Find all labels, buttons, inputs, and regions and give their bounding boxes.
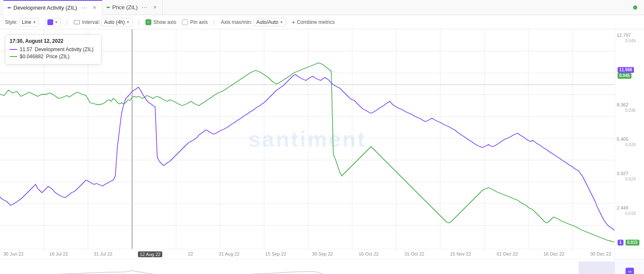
tooltip: 17:30, August 12, 2022 11.57 Development… <box>5 34 101 65</box>
x-label-jul31: 31 Jul 22 <box>94 251 113 257</box>
x-label-jul16: 16 Jul 22 <box>49 251 68 257</box>
style-label: Style: <box>5 19 18 25</box>
tooltip-dev-activity: 11.57 Development Activity (ZIL) <box>10 47 97 52</box>
dev-activity-legend-dash <box>10 49 17 50</box>
style-chevron: ▼ <box>33 20 36 24</box>
y-label-12797: 12.797 0.049 <box>615 33 644 44</box>
style-group: Style: Line ▼ <box>5 18 39 26</box>
x-label-jun30: 30 Jun 22 <box>3 251 23 257</box>
pin-axis-checkbox[interactable] <box>182 19 188 25</box>
axis-maxmin-group: Axis max/min: Auto/Auto ▼ <box>221 18 286 26</box>
x-label-aug31: 31 Aug 22 <box>219 251 240 257</box>
x-axis-right-spacer <box>615 249 644 259</box>
x-axis-labels: 30 Jun 22 16 Jul 22 31 Jul 22 12 Aug 22 … <box>0 251 615 257</box>
y-label-3927: 3.927 0.024 <box>615 171 644 182</box>
axis-maxmin-value: Auto/Auto <box>256 19 278 25</box>
tooltip-dev-label: Development Activity (ZIL) <box>35 47 93 52</box>
mini-chart-svg <box>0 261 615 274</box>
tab-price-close[interactable]: ✕ <box>152 4 158 10</box>
dev-activity-indicator <box>8 7 11 8</box>
interval-chevron: ▼ <box>126 20 130 24</box>
x-label-oct31: 31 Oct 22 <box>404 251 424 257</box>
tab-dev-activity[interactable]: Development Activity (ZIL) ⋯ ✕ <box>3 0 102 15</box>
tooltip-dev-value: 11.57 <box>20 47 32 52</box>
y-badge-green: 0.045 <box>618 73 631 79</box>
tooltip-price-label: Price (ZIL) <box>46 54 70 59</box>
chart-container: santiment 17:30, August 12, 2022 11.57 D… <box>0 29 644 249</box>
interval-label: Interval: <box>82 19 100 25</box>
y-label-6883: 5.405 0.028 <box>615 137 644 147</box>
x-label-aug12: 12 Aug 22 <box>138 251 162 257</box>
price-legend-dash <box>10 56 17 57</box>
y-axis-right: 12.797 0.049 11.568 0.045 8.362 0.036 5.… <box>615 29 644 249</box>
x-label-sep30: 30 Sep 22 <box>312 251 333 257</box>
tooltip-price-value: $0.046882 <box>20 54 44 59</box>
separator-1: | <box>67 19 68 25</box>
pin-axis-label: Pin axis <box>190 19 208 25</box>
combine-plus-icon: + <box>292 19 295 26</box>
combine-metrics-btn[interactable]: + Combine metrics <box>292 19 335 26</box>
x-label-dec01: 01 Dec 22 <box>497 251 518 257</box>
interval-icon <box>74 20 80 24</box>
interval-value: Auto (4h) <box>104 19 125 25</box>
x-axis: 30 Jun 22 16 Jul 22 31 Jul 22 12 Aug 22 … <box>0 249 644 259</box>
mini-chart: ⇔ <box>0 259 644 274</box>
y-badge-purple-bottom: 1 <box>618 240 623 246</box>
x-label-dec16: 16 Dec 22 <box>543 251 564 257</box>
svg-rect-24 <box>579 261 615 274</box>
y-label-11568: 11.568 0.045 <box>615 67 644 79</box>
tab-price-more[interactable]: ⋯ <box>140 4 149 11</box>
tab-price-label: Price (ZIL) <box>112 4 138 10</box>
style-value: Line <box>22 19 31 25</box>
y-label-bottom: 1 0.015 <box>615 240 644 246</box>
price-indicator <box>106 7 110 8</box>
mini-chart-nav[interactable]: ⇔ <box>615 259 644 274</box>
x-label-dec30: 30 Dec 22 <box>590 251 611 257</box>
tabs-bar: Development Activity (ZIL) ⋯ ✕ Price (ZI… <box>0 0 644 15</box>
show-axis-checkbox[interactable]: ✓ <box>145 19 151 25</box>
tab-price[interactable]: Price (ZIL) ⋯ ✕ <box>102 0 163 15</box>
toolbar: Style: Line ▼ ▼ | Interval: Auto (4h) ▼ … <box>0 15 644 29</box>
color-select[interactable]: ▼ <box>45 18 61 26</box>
color-chevron: ▼ <box>55 20 58 24</box>
color-swatch <box>47 19 53 25</box>
show-axis-label: Show axis <box>153 19 177 25</box>
x-label-sep15: 15 Sep 22 <box>265 251 286 257</box>
tab-dev-activity-label: Development Activity (ZIL) <box>13 5 77 11</box>
style-select[interactable]: Line ▼ <box>19 18 39 26</box>
watermark: santiment <box>248 127 366 152</box>
tooltip-date: 17:30, August 12, 2022 <box>10 38 97 44</box>
y-badge-purple: 11.568 <box>618 67 634 73</box>
x-label-nov15: 15 Nov 22 <box>450 251 471 257</box>
interval-select[interactable]: Auto (4h) ▼ <box>101 18 132 26</box>
tooltip-price: $0.046882 Price (ZIL) <box>10 54 97 59</box>
mini-nav-btn[interactable]: ⇔ <box>626 268 634 274</box>
x-label-aug22: 22 <box>188 251 193 257</box>
color-group: ▼ <box>45 18 61 26</box>
y-badge-green-bottom: 0.015 <box>626 240 639 246</box>
show-axis-group[interactable]: ✓ Show axis <box>145 19 177 25</box>
pin-axis-group[interactable]: Pin axis <box>182 19 208 25</box>
separator-2: | <box>138 19 140 25</box>
chart-main[interactable]: santiment 17:30, August 12, 2022 11.57 D… <box>0 29 615 249</box>
axis-maxmin-label: Axis max/min: <box>221 19 252 25</box>
interval-group: Interval: Auto (4h) ▼ <box>74 18 132 26</box>
combine-label: Combine metrics <box>297 19 335 25</box>
y-label-9840: 8.362 0.036 <box>615 102 644 113</box>
axis-maxmin-select[interactable]: Auto/Auto ▼ <box>254 18 286 26</box>
separator-3: | <box>214 19 215 25</box>
tab-dev-activity-close[interactable]: ✕ <box>91 5 98 11</box>
tab-dev-activity-more[interactable]: ⋯ <box>80 5 89 11</box>
x-label-oct16: 16 Oct 22 <box>358 251 379 257</box>
status-dot <box>633 5 637 10</box>
y-label-2449: 2.449 0.019 <box>615 205 644 216</box>
axis-maxmin-chevron: ▼ <box>280 20 283 24</box>
